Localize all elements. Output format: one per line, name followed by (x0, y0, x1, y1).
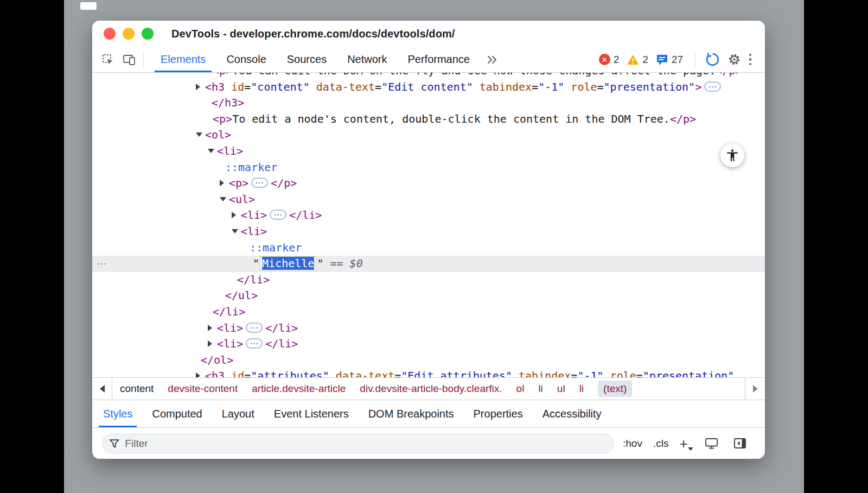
token-val: "content" (251, 80, 309, 93)
accessibility-fab[interactable] (720, 143, 744, 167)
panel-tab-accessibility[interactable]: Accessibility (533, 400, 611, 427)
inline-expand-button[interactable]: ⋯ (246, 338, 263, 349)
token-text: = (375, 80, 381, 93)
tree-line[interactable]: ⋯"Michelle" == $0 (92, 256, 765, 272)
tree-line[interactable]: </ol> (92, 352, 765, 369)
breadcrumb-item[interactable]: article.devsite-article (252, 383, 346, 395)
warnings-badge[interactable]: 2 (627, 54, 648, 66)
expand-arrow-right-icon[interactable] (196, 84, 200, 90)
toggle-element-state-button[interactable]: :hov (623, 438, 642, 450)
element-classes-button[interactable]: .cls (653, 438, 669, 450)
tab-elements[interactable]: Elements (150, 47, 216, 72)
tree-line[interactable]: <p>⋯</p> (92, 175, 765, 192)
filter-input[interactable] (125, 438, 607, 450)
inline-expand-button[interactable]: ⋯ (704, 81, 721, 92)
tree-line[interactable]: </h3> (92, 95, 765, 111)
tree-line[interactable]: <p>To edit a node's content, double-clic… (92, 111, 765, 128)
token-attr: data-text (310, 80, 375, 93)
tree-line[interactable]: ::marker (92, 160, 765, 176)
token-text: = (532, 80, 538, 93)
panel-tab-computed[interactable]: Computed (142, 400, 212, 427)
styles-pane-controls: :hov .cls + (623, 435, 749, 452)
settings-gear-icon[interactable] (725, 50, 743, 69)
maximize-button[interactable] (142, 28, 154, 40)
inline-expand-button[interactable]: ⋯ (246, 323, 263, 333)
token-text: = (244, 80, 251, 93)
expand-arrow-right-icon[interactable] (208, 325, 212, 331)
breadcrumb-item[interactable]: (text) (598, 381, 632, 397)
expand-arrow-right-icon[interactable] (208, 340, 212, 347)
tab-sources[interactable]: Sources (277, 47, 337, 72)
panel-tab-event-listeners[interactable]: Event Listeners (264, 400, 359, 427)
token-text: To edit a node's content, double-click t… (232, 112, 670, 125)
tree-line[interactable]: <li> (92, 224, 765, 240)
tree-line[interactable]: <li>⋯</li> (92, 336, 765, 352)
chevron-left-icon (100, 385, 105, 393)
expand-arrow-down-icon[interactable] (220, 197, 226, 201)
tree-line[interactable]: <h3 id="content" data-text="Edit content… (92, 79, 765, 96)
filter-funnel-icon (109, 439, 119, 448)
tree-line[interactable]: <li>⋯</li> (92, 320, 765, 337)
errors-badge[interactable]: × 2 (599, 54, 620, 66)
expand-arrow-right-icon[interactable] (232, 212, 236, 218)
new-style-rule-button[interactable]: + (679, 437, 692, 451)
panel-tab-styles[interactable]: Styles (93, 400, 142, 427)
filter-field[interactable] (102, 434, 614, 453)
rendering-emulations-icon[interactable] (703, 435, 720, 452)
close-button[interactable] (104, 28, 116, 40)
breadcrumb-item[interactable]: li (538, 383, 542, 395)
inspect-element-icon[interactable] (99, 50, 117, 69)
expand-arrow-down-icon[interactable] (196, 132, 202, 137)
kebab-menu-icon[interactable] (743, 52, 757, 68)
more-tabs-icon[interactable] (483, 50, 502, 69)
expand-arrow-down-icon[interactable] (232, 229, 238, 233)
tree-line[interactable]: <li> (92, 143, 765, 160)
minimize-button[interactable] (123, 28, 135, 40)
tree-line[interactable]: </ul> (92, 288, 765, 304)
device-toolbar-icon[interactable] (120, 50, 139, 69)
panel-tab-dom-breakpoints[interactable]: DOM Breakpoints (359, 400, 464, 427)
breadcrumb-item[interactable]: content (120, 383, 154, 395)
inline-expand-button[interactable]: ⋯ (270, 210, 286, 220)
breadcrumb-scroll-left[interactable] (92, 378, 112, 400)
token-tag: <li> (217, 321, 243, 334)
issues-badge[interactable]: 27 (656, 54, 683, 66)
token-tag: </li> (265, 321, 298, 334)
tree-line[interactable]: </li> (92, 304, 765, 320)
tree-line[interactable]: ::marker (92, 240, 765, 256)
panel-tab-layout[interactable]: Layout (212, 400, 264, 427)
tab-network[interactable]: Network (337, 47, 397, 72)
token-text: = (244, 369, 251, 377)
token-text: = (636, 369, 643, 377)
error-icon: × (599, 54, 610, 65)
breadcrumb-item[interactable]: devsite-content (168, 383, 238, 395)
tab-console[interactable]: Console (216, 47, 276, 72)
tree-line[interactable]: </li> (92, 272, 765, 288)
token-tag: <ul> (229, 193, 255, 206)
expand-arrow-right-icon[interactable] (220, 180, 224, 186)
token-val: "attributes" (251, 369, 329, 377)
token-tag: </p> (716, 73, 742, 77)
inline-expand-button[interactable]: ⋯ (251, 178, 268, 188)
token-attr: tabindex (512, 369, 571, 377)
tree-line[interactable]: <p>You can edit the DOM on the fly and s… (92, 73, 765, 79)
tree-line[interactable]: <h3 id="attributes" data-text="Edit attr… (92, 368, 765, 377)
token-attr: id (225, 80, 244, 93)
breadcrumb-item[interactable]: ol (516, 383, 525, 395)
breadcrumb-item[interactable]: ul (557, 383, 565, 395)
sync-icon[interactable] (703, 50, 722, 69)
token-text: " (317, 257, 323, 270)
tree-line[interactable]: <li>⋯</li> (92, 207, 765, 224)
expand-arrow-right-icon[interactable] (196, 372, 200, 377)
warning-icon (627, 54, 639, 65)
expand-arrow-down-icon[interactable] (208, 149, 214, 153)
breadcrumb-item[interactable]: div.devsite-article-body.clearfix. (360, 383, 502, 395)
toggle-sidebar-icon[interactable] (731, 435, 749, 452)
panel-tab-properties[interactable]: Properties (464, 400, 533, 427)
breadcrumb-scroll-right[interactable] (745, 378, 765, 400)
tab-performance[interactable]: Performance (398, 47, 481, 72)
inline-edit-box[interactable]: Michelle (260, 256, 316, 271)
tree-line[interactable]: <ul> (92, 192, 765, 208)
tree-line[interactable]: <ol> (92, 127, 765, 143)
breadcrumb-item[interactable]: li (579, 383, 584, 395)
